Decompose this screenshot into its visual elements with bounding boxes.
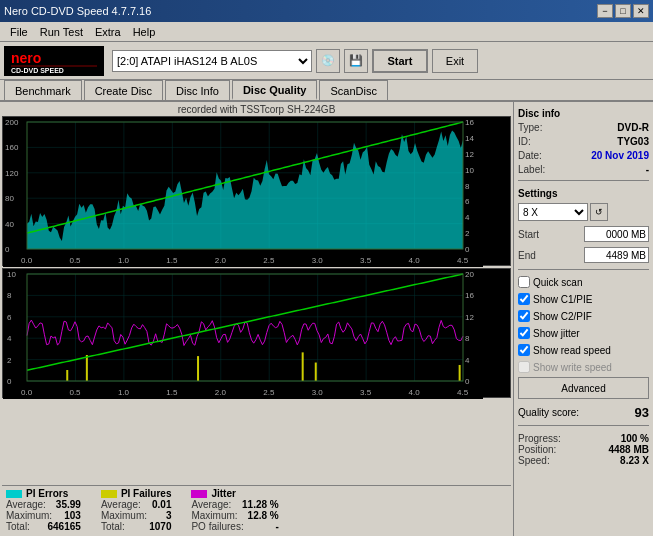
show-read-speed-checkbox[interactable] [518,344,530,356]
pi-errors-color [6,490,22,498]
title-bar-text: Nero CD-DVD Speed 4.7.7.16 [4,5,151,17]
legend-jitter: Jitter Average:11.28 % Maximum:12.8 % PO… [191,488,278,532]
show-read-speed-row: Show read speed [518,344,649,356]
pi-failures-avg: 0.01 [152,499,171,510]
show-c2-pif-row: Show C2/PIF [518,310,649,322]
jitter-avg-label: Average: [191,499,231,510]
charts-container [2,116,511,485]
menu-help[interactable]: Help [127,24,162,40]
date-value: 20 Nov 2019 [591,150,649,161]
tabs: Benchmark Create Disc Disc Info Disc Qua… [0,80,653,102]
tab-scan-disc[interactable]: ScanDisc [319,80,387,100]
end-input[interactable] [584,247,649,263]
disc-info-title: Disc info [518,108,649,119]
position-label: Position: [518,444,556,455]
pi-errors-avg-label: Average: [6,499,46,510]
jitter-po-label: PO failures: [191,521,243,532]
quick-scan-row: Quick scan [518,276,649,288]
legend-area: PI Errors Average:35.99 Maximum:103 Tota… [2,485,511,534]
nero-logo: nero CD-DVD SPEED [4,46,104,76]
pi-errors-total-label: Total: [6,521,30,532]
menu-bar: File Run Test Extra Help [0,22,653,42]
chart-bottom [2,268,511,398]
pi-failures-avg-label: Average: [101,499,141,510]
progress-section: Progress: 100 % Position: 4488 MB Speed:… [518,433,649,466]
tab-disc-info[interactable]: Disc Info [165,80,230,100]
pi-failures-total: 1070 [149,521,171,532]
show-jitter-label: Show jitter [533,328,580,339]
pi-errors-label: PI Errors [26,488,68,499]
exit-button[interactable]: Exit [432,49,478,73]
show-jitter-checkbox[interactable] [518,327,530,339]
show-jitter-row: Show jitter [518,327,649,339]
settings-title: Settings [518,188,649,199]
pi-failures-total-label: Total: [101,521,125,532]
legend-pi-failures: PI Failures Average:0.01 Maximum:3 Total… [101,488,172,532]
svg-text:nero: nero [11,50,41,66]
save-button[interactable]: 💾 [344,49,368,73]
pi-errors-max: 103 [64,510,81,521]
quality-row: Quality score: 93 [518,405,649,420]
disc-icon-button[interactable]: 💿 [316,49,340,73]
menu-file[interactable]: File [4,24,34,40]
show-write-speed-checkbox[interactable] [518,361,530,373]
quick-scan-label: Quick scan [533,277,582,288]
svg-text:CD-DVD SPEED: CD-DVD SPEED [11,67,64,74]
divider-3 [518,425,649,426]
minimize-button[interactable]: − [597,4,613,18]
show-read-speed-label: Show read speed [533,345,611,356]
quality-label: Quality score: [518,407,579,418]
disc-label-label: Label: [518,164,545,175]
type-value: DVD-R [617,122,649,133]
title-bar: Nero CD-DVD Speed 4.7.7.16 − □ ✕ [0,0,653,22]
advanced-button[interactable]: Advanced [518,377,649,399]
start-input[interactable] [584,226,649,242]
start-label: Start [518,229,539,240]
show-c1-pie-row: Show C1/PIE [518,293,649,305]
show-c1-pie-label: Show C1/PIE [533,294,592,305]
disc-label-value: - [646,164,649,175]
tab-create-disc[interactable]: Create Disc [84,80,163,100]
speed-select[interactable]: 8 X [518,203,588,221]
drive-select[interactable]: [2:0] ATAPI iHAS124 B AL0S [112,50,312,72]
chart-area: recorded with TSSTcorp SH-224GB PI Error… [0,102,513,536]
pi-errors-max-label: Maximum: [6,510,52,521]
pi-failures-max-label: Maximum: [101,510,147,521]
speed-row: 8 X ↺ [518,203,649,221]
tab-benchmark[interactable]: Benchmark [4,80,82,100]
jitter-avg: 11.28 % [242,499,279,510]
jitter-max: 12.8 % [248,510,279,521]
start-button[interactable]: Start [372,49,428,73]
progress-label: Progress: [518,433,561,444]
progress-value: 100 % [621,433,649,444]
maximize-button[interactable]: □ [615,4,631,18]
pi-failures-max: 3 [166,510,172,521]
chart-title: recorded with TSSTcorp SH-224GB [2,104,511,115]
chart-top [2,116,511,266]
end-label: End [518,250,536,261]
show-write-speed-row: Show write speed [518,361,649,373]
pi-failures-color [101,490,117,498]
menu-run-test[interactable]: Run Test [34,24,89,40]
quick-scan-checkbox[interactable] [518,276,530,288]
title-bar-buttons: − □ ✕ [597,4,649,18]
right-panel: Disc info Type: DVD-R ID: TYG03 Date: 20… [513,102,653,536]
close-button[interactable]: ✕ [633,4,649,18]
pi-failures-label: PI Failures [121,488,172,499]
pi-errors-avg: 35.99 [56,499,81,510]
position-value: 4488 MB [608,444,649,455]
menu-extra[interactable]: Extra [89,24,127,40]
show-c1-pie-checkbox[interactable] [518,293,530,305]
speed-label: Speed: [518,455,550,466]
jitter-label: Jitter [211,488,235,499]
show-write-speed-label: Show write speed [533,362,612,373]
main-content: recorded with TSSTcorp SH-224GB PI Error… [0,102,653,536]
type-label: Type: [518,122,542,133]
show-c2-pif-checkbox[interactable] [518,310,530,322]
refresh-button[interactable]: ↺ [590,203,608,221]
tab-disc-quality[interactable]: Disc Quality [232,80,318,100]
quality-score: 93 [635,405,649,420]
id-value: TYG03 [617,136,649,147]
jitter-color [191,490,207,498]
legend-pi-errors: PI Errors Average:35.99 Maximum:103 Tota… [6,488,81,532]
